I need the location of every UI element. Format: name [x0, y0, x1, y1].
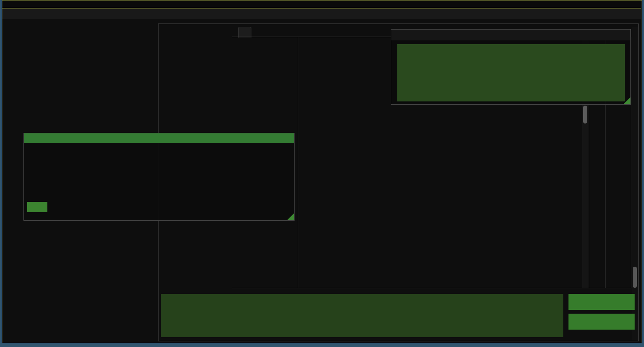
dht-histogram-titlebar[interactable] [391, 30, 630, 40]
send-file-button[interactable] [568, 294, 635, 310]
app-root [0, 0, 644, 347]
resize-grip[interactable] [623, 97, 630, 104]
tab-debug[interactable] [238, 27, 251, 38]
resize-grip[interactable] [287, 213, 294, 220]
menu-bar [2, 9, 641, 19]
dht-histogram-window [391, 29, 631, 105]
window-title-bar[interactable] [2, 0, 641, 8]
outer-scrollbar-handle[interactable] [633, 267, 637, 288]
paste-file-button[interactable] [568, 314, 635, 330]
column-divider-name [298, 37, 298, 288]
join-group-titlebar[interactable] [24, 133, 294, 143]
inner-scrollbar-handle[interactable] [583, 106, 587, 123]
message-input[interactable] [161, 294, 563, 337]
outer-scrollbar-track[interactable] [632, 27, 638, 340]
column-divider-right [631, 37, 631, 288]
group-sidebar [4, 21, 156, 82]
join-button[interactable] [27, 202, 47, 212]
dht-histogram-plot [397, 44, 625, 101]
join-group-window [23, 133, 295, 221]
